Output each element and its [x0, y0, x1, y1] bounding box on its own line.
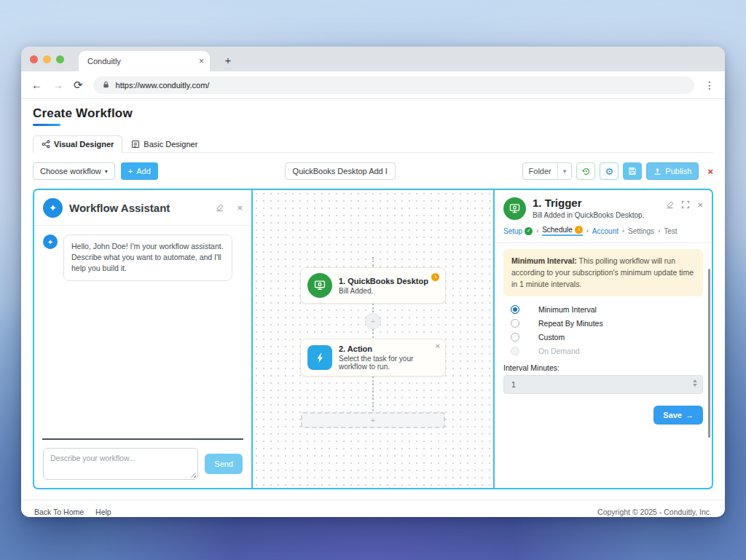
- assistant-header: ✦ Workflow Assistant ×: [43, 198, 243, 218]
- publish-button[interactable]: Publish: [646, 162, 699, 180]
- forward-icon[interactable]: →: [52, 79, 63, 91]
- option-label: Repeat By Minutes: [538, 319, 603, 328]
- node-title: 1. QuickBooks Desktop: [339, 277, 428, 285]
- tab-title: Conduitly: [87, 57, 199, 66]
- folder-select[interactable]: Folder ▾: [522, 162, 573, 180]
- window-maximize-button[interactable]: [56, 55, 64, 63]
- step-account[interactable]: Account: [592, 227, 619, 235]
- option-repeat-by-minutes[interactable]: Repeat By Minutes: [503, 319, 703, 328]
- tab-visual-designer[interactable]: Visual Designer: [33, 135, 122, 153]
- window-close-button[interactable]: [30, 55, 38, 63]
- browser-tab[interactable]: Conduitly ×: [79, 51, 210, 71]
- option-label: On Demand: [538, 347, 580, 355]
- step-test[interactable]: Test: [664, 227, 677, 235]
- node-subtitle: Select the task for your workflow to run…: [339, 355, 439, 371]
- quickbooks-desktop-icon: [307, 273, 332, 298]
- step-schedule[interactable]: Schedule: [542, 226, 583, 236]
- page-footer: Back To Home Help Copyright © 2025 - Con…: [21, 500, 725, 516]
- copyright-text: Copyright © 2025 - Conduitly, Inc.: [597, 508, 712, 516]
- separator-icon: ›: [658, 227, 660, 234]
- history-button[interactable]: [576, 162, 595, 180]
- inspector-subtitle: Bill Added in QuickBooks Desktop.: [533, 211, 644, 219]
- step-settings[interactable]: Settings: [628, 227, 654, 235]
- gear-icon: ⚙: [605, 166, 613, 177]
- radio-icon[interactable]: [511, 333, 519, 342]
- assistant-title: Workflow Assistant: [69, 202, 208, 214]
- folder-label: Folder: [523, 163, 557, 179]
- assistant-close-icon[interactable]: ×: [237, 202, 243, 213]
- address-bar[interactable]: https://www.conduitly.com/: [93, 76, 694, 94]
- radio-icon: [511, 347, 519, 355]
- inspector-header: 1. Trigger Bill Added in QuickBooks Desk…: [503, 197, 703, 220]
- workflow-description-input[interactable]: [43, 448, 198, 480]
- panel-scrollbar[interactable]: [708, 269, 710, 438]
- separator-icon: ›: [622, 227, 624, 234]
- inspector-titles: 1. Trigger Bill Added in QuickBooks Desk…: [533, 197, 644, 219]
- node-title: 2. Action: [339, 344, 439, 353]
- minimum-interval-alert: Minimum Interval: This polling workflow …: [503, 249, 703, 296]
- radio-icon[interactable]: [511, 305, 519, 314]
- interval-options: Minimum Interval Repeat By Minutes Custo…: [503, 305, 703, 355]
- save-workflow-button[interactable]: [623, 162, 642, 180]
- workflow-name-field[interactable]: QuickBooks Desktop Add I: [285, 162, 396, 180]
- inspector-close-icon[interactable]: ×: [697, 200, 703, 210]
- add-label: Add: [136, 167, 151, 176]
- stepper-icon[interactable]: [693, 379, 697, 387]
- page-title: Create Workflow: [33, 106, 713, 121]
- expand-icon[interactable]: [681, 200, 691, 210]
- assistant-chat: ✦ Hello, John Doe! I'm your workflow ass…: [43, 226, 243, 438]
- clear-icon[interactable]: [665, 200, 675, 210]
- plus-icon: +: [128, 167, 133, 176]
- list-icon: [131, 140, 140, 149]
- chevron-down-icon: ▾: [557, 164, 572, 178]
- option-on-demand: On Demand: [503, 347, 703, 355]
- save-button[interactable]: Save →: [653, 406, 703, 425]
- browser-menu-icon[interactable]: ⋮: [704, 79, 715, 91]
- back-icon[interactable]: ←: [31, 79, 42, 91]
- schedule-pending-badge: [431, 273, 439, 281]
- page-content: Create Workflow Visual Designer Basic De…: [21, 99, 725, 516]
- toolbar-right: Folder ▾ ⚙: [522, 162, 713, 180]
- separator-icon: ›: [536, 227, 538, 234]
- reload-icon[interactable]: ⟳: [74, 79, 83, 92]
- arrow-right-icon: →: [686, 411, 694, 419]
- browser-navbar: ← → ⟳ https://www.conduitly.com/ ⋮: [21, 71, 725, 99]
- workflow-canvas[interactable]: 1. QuickBooks Desktop Bill Added. + 2. A: [253, 189, 493, 489]
- browser-window: Conduitly × + ← → ⟳ https://www.conduitl…: [21, 47, 725, 517]
- browser-titlebar: Conduitly × +: [21, 47, 725, 71]
- assistant-input-row: Send: [43, 440, 243, 480]
- add-step-dropzone[interactable]: +: [301, 412, 445, 428]
- choose-workflow-dropdown[interactable]: Choose workflow ▾: [33, 162, 115, 180]
- upload-icon: [653, 167, 661, 176]
- close-workflow-icon[interactable]: ×: [707, 166, 713, 177]
- divider: [495, 242, 712, 243]
- settings-button[interactable]: ⚙: [600, 162, 619, 180]
- tab-basic-designer[interactable]: Basic Designer: [122, 135, 206, 153]
- url-text: https://www.conduitly.com/: [116, 81, 210, 90]
- new-tab-button[interactable]: +: [220, 52, 236, 68]
- tab-label: Basic Designer: [144, 140, 197, 149]
- back-to-home-link[interactable]: Back To Home: [34, 508, 84, 516]
- add-workflow-button[interactable]: + Add: [121, 162, 158, 180]
- option-custom[interactable]: Custom: [503, 333, 703, 342]
- node-action[interactable]: 2. Action Select the task for your workf…: [300, 339, 446, 376]
- window-minimize-button[interactable]: [43, 55, 51, 63]
- clear-chat-icon[interactable]: [215, 203, 224, 213]
- node-text: 2. Action Select the task for your workf…: [339, 344, 439, 371]
- remove-node-icon[interactable]: ×: [436, 342, 440, 350]
- publish-label: Publish: [665, 167, 691, 176]
- tab-close-icon[interactable]: ×: [199, 56, 204, 66]
- inspector-header-icons: ×: [665, 197, 703, 210]
- help-link[interactable]: Help: [95, 508, 111, 516]
- separator-icon: ›: [586, 227, 589, 234]
- send-button[interactable]: Send: [205, 454, 243, 474]
- radio-icon[interactable]: [511, 319, 519, 328]
- insert-step-button[interactable]: +: [365, 313, 381, 329]
- workflow-assistant-panel: ✦ Workflow Assistant × ✦ Hello, John Doe…: [33, 189, 253, 489]
- interval-minutes-input[interactable]: [503, 375, 703, 394]
- choose-workflow-label: Choose workflow: [40, 167, 101, 176]
- connector-line: [372, 257, 374, 267]
- step-setup[interactable]: Setup ✓: [503, 227, 533, 235]
- option-minimum-interval[interactable]: Minimum Interval: [503, 305, 703, 314]
- node-quickbooks-trigger[interactable]: 1. QuickBooks Desktop Bill Added.: [300, 267, 446, 304]
